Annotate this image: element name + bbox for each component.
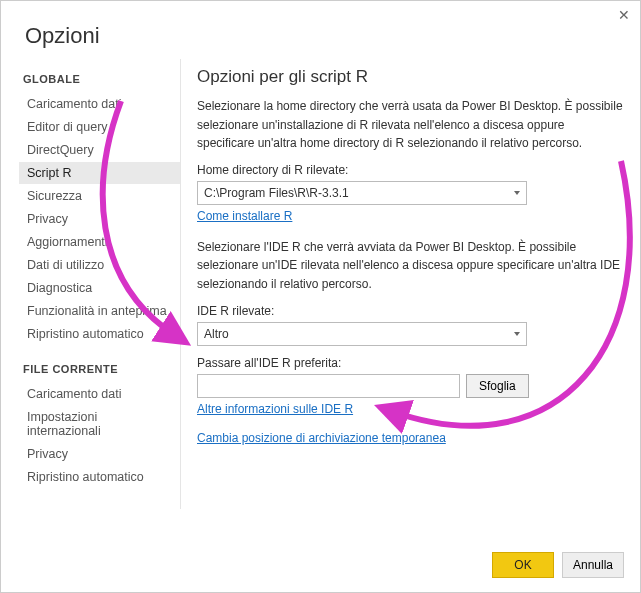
ide-label: IDE R rilevate: [197, 304, 624, 318]
ide-dropdown[interactable]: Altro [197, 322, 527, 346]
sidebar-item-editor-query[interactable]: Editor di query [23, 116, 180, 138]
ide-description: Selezionare l'IDE R che verrà avviata da… [197, 238, 624, 294]
preferred-ide-input[interactable] [197, 374, 460, 398]
preferred-ide-label: Passare all'IDE R preferita: [197, 356, 624, 370]
sidebar-item-directquery[interactable]: DirectQuery [23, 139, 180, 161]
dialog-footer: OK Annulla [492, 552, 624, 578]
dialog-body: GLOBALE Caricamento dati Editor di query… [1, 59, 640, 509]
sidebar-item-privacy[interactable]: Privacy [23, 208, 180, 230]
sidebar-item-ripristino[interactable]: Ripristino automatico [23, 323, 180, 345]
sidebar-item-file-ripristino[interactable]: Ripristino automatico [23, 466, 180, 488]
sidebar-item-script-r[interactable]: Script R [19, 162, 180, 184]
browse-button[interactable]: Sfoglia [466, 374, 529, 398]
install-r-link[interactable]: Come installare R [197, 209, 292, 223]
temp-storage-link[interactable]: Cambia posizione di archiviazione tempor… [197, 431, 446, 445]
home-dir-label: Home directory di R rilevate: [197, 163, 624, 177]
sidebar-item-anteprima[interactable]: Funzionalità in anteprima [23, 300, 180, 322]
cancel-button[interactable]: Annulla [562, 552, 624, 578]
ide-info-link[interactable]: Altre informazioni sulle IDE R [197, 402, 353, 416]
ide-value: Altro [204, 327, 229, 341]
main-panel: Opzioni per gli script R Selezionare la … [181, 59, 640, 509]
panel-heading: Opzioni per gli script R [197, 67, 624, 87]
sidebar-item-caricamento-dati[interactable]: Caricamento dati [23, 93, 180, 115]
sidebar-section-global: GLOBALE [23, 73, 180, 85]
close-button[interactable]: ✕ [618, 7, 630, 23]
home-description: Selezionare la home directory che verrà … [197, 97, 624, 153]
sidebar-item-dati-utilizzo[interactable]: Dati di utilizzo [23, 254, 180, 276]
sidebar-item-diagnostica[interactable]: Diagnostica [23, 277, 180, 299]
close-icon: ✕ [618, 7, 630, 23]
sidebar: GLOBALE Caricamento dati Editor di query… [1, 59, 181, 509]
sidebar-item-file-internazionali[interactable]: Impostazioni internazionali [23, 406, 180, 442]
home-dir-value: C:\Program Files\R\R-3.3.1 [204, 186, 349, 200]
sidebar-item-file-privacy[interactable]: Privacy [23, 443, 180, 465]
home-dir-dropdown[interactable]: C:\Program Files\R\R-3.3.1 [197, 181, 527, 205]
sidebar-item-aggiornamenti[interactable]: Aggiornamenti [23, 231, 180, 253]
window-title: Opzioni [1, 1, 640, 59]
sidebar-item-file-caricamento[interactable]: Caricamento dati [23, 383, 180, 405]
ok-button[interactable]: OK [492, 552, 554, 578]
sidebar-item-sicurezza[interactable]: Sicurezza [23, 185, 180, 207]
sidebar-section-file: FILE CORRENTE [23, 363, 180, 375]
